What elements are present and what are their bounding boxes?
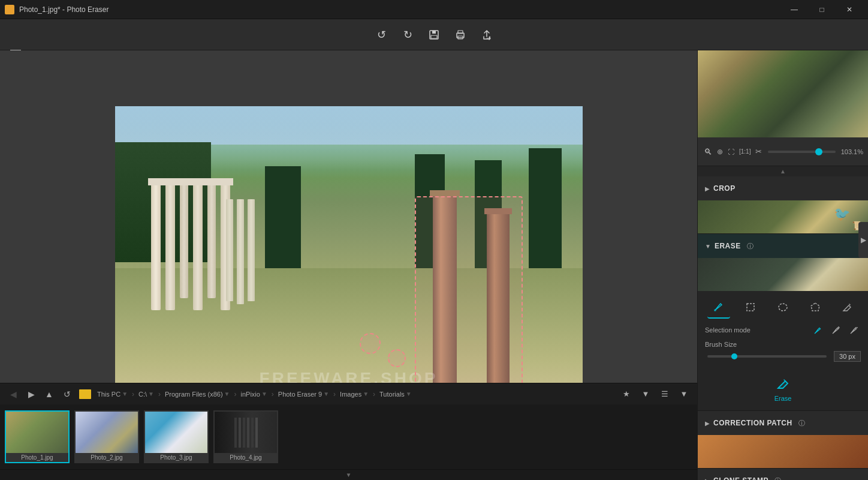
path-sep-c-arrow: ▼ — [148, 391, 154, 397]
crop-thumbnail: 🐦 📜 — [698, 200, 868, 233]
save-button[interactable] — [422, 23, 446, 47]
polygon-lasso-button[interactable] — [804, 296, 827, 319]
zoom-slider[interactable] — [768, 151, 836, 153]
tree-right3 — [529, 148, 562, 274]
erase-thumb-img — [698, 258, 868, 291]
zoom-in-icon[interactable]: ⊕ — [716, 146, 724, 157]
erase-header[interactable]: ▼ ERASE ⓘ — [698, 234, 868, 258]
film-label-1: Photo_1.jpg — [20, 453, 54, 462]
folder-icon — [79, 389, 91, 399]
up-button[interactable]: ▲ — [41, 386, 58, 403]
path-item-c[interactable]: C:\ ▼ — [136, 389, 156, 399]
clone-stamp-info-icon: ⓘ — [774, 476, 781, 481]
filmstrip-item-3[interactable]: Photo_3.jpg — [144, 410, 209, 463]
columns-left — [151, 178, 230, 310]
zoom-out-icon[interactable]: 🔍︎ — [703, 146, 713, 158]
path-item-pc[interactable]: This PC ▼ — [95, 389, 130, 399]
erase-thumbnail — [698, 258, 868, 291]
path-pf-label: Program Files (x86) — [165, 391, 223, 398]
undo-button[interactable]: ↺ — [369, 23, 393, 47]
erase-info-icon: ⓘ — [747, 242, 754, 251]
crop-section: ▶ CROP 🐦 📜 — [698, 176, 868, 234]
view-button[interactable]: ☰ — [656, 386, 673, 403]
clone-stamp-expand-icon: ▶ — [705, 478, 710, 481]
svg-point-6 — [714, 309, 716, 311]
path-sep-images-arrow: ▼ — [363, 391, 369, 397]
close-button[interactable]: ✕ — [836, 0, 863, 19]
path-sep-pe-arrow: ▼ — [323, 391, 329, 397]
erase-button[interactable]: Erase — [762, 373, 804, 406]
correction-patch-expand-icon: ▶ — [705, 420, 710, 427]
favorites-button[interactable]: ★ — [618, 386, 635, 403]
path-images-label: Images — [340, 391, 361, 398]
thumb-image — [698, 50, 868, 137]
selection-circle-2[interactable] — [388, 349, 406, 367]
path-sep-inpixio-arrow: ▼ — [261, 391, 267, 397]
print-button[interactable] — [448, 23, 472, 47]
filmstrip-collapse-arrow[interactable]: ▼ — [0, 469, 697, 480]
svg-rect-2 — [431, 35, 437, 38]
main-photo[interactable]: FREEWARE.SHOP — [115, 106, 583, 424]
erase-label: ERASE — [715, 242, 741, 250]
correction-patch-header[interactable]: ▶ CORRECTION PATCH ⓘ — [698, 411, 868, 435]
zoom-crop-icon[interactable]: ✂ — [754, 146, 763, 157]
forward-button[interactable]: ▶ — [23, 386, 40, 403]
path-item-programfiles[interactable]: Program Files (x86) ▼ — [162, 389, 232, 399]
erase-btn-label: Erase — [774, 395, 792, 402]
path-sep-4: › — [272, 390, 274, 398]
back-button[interactable]: ◀ — [5, 386, 22, 403]
path-item-tutorials[interactable]: Tutorials ▼ — [377, 389, 414, 399]
path-bar: ◀ ▶ ▲ ↺ This PC ▼ › C:\ ▼ › Program File… — [0, 383, 697, 404]
brush-size-row: 30 px — [698, 349, 868, 368]
favorites-list-button[interactable]: ▼ — [637, 386, 654, 403]
brush-size-slider[interactable] — [707, 355, 827, 358]
clone-stamp-header[interactable]: ▶ CLONE STAMP ⓘ — [698, 469, 868, 480]
magic-eraser-button[interactable] — [836, 296, 858, 319]
path-item-images[interactable]: Images ▼ — [337, 389, 371, 399]
path-item-photoeraser[interactable]: Photo Eraser 9 ▼ — [276, 389, 331, 399]
svg-rect-7 — [747, 304, 754, 311]
selection-mode-row: Selection mode — [698, 321, 868, 339]
crop-header[interactable]: ▶ CROP — [698, 176, 868, 200]
filmstrip-item-4[interactable]: Photo_4.jpg — [213, 410, 278, 463]
film-stripes — [234, 418, 258, 448]
panel-expand-right[interactable]: ▶ — [858, 222, 868, 258]
rect-select-button[interactable] — [739, 296, 762, 319]
path-tutorials-label: Tutorials — [379, 391, 405, 398]
path-actions: ★ ▼ ☰ ▼ — [618, 386, 692, 403]
correction-patch-thumb-img — [698, 435, 868, 468]
film-label-4: Photo_4.jpg — [228, 453, 263, 462]
path-sep-tutorials-arrow: ▼ — [406, 391, 412, 397]
path-sep-2: › — [158, 390, 161, 398]
film-label-2: Photo_2.jpg — [89, 453, 123, 462]
title-bar: Photo_1.jpg* - Photo Eraser — □ ✕ — [0, 0, 868, 19]
lasso-tool-button[interactable] — [771, 296, 794, 319]
erase-btn-icon — [776, 376, 790, 394]
zoom-percent: 103.1% — [840, 148, 863, 155]
sel-mode-brush-btn[interactable] — [812, 323, 825, 337]
app-icon — [5, 5, 14, 14]
sel-mode-add-btn[interactable] — [830, 323, 843, 337]
panel-collapse-arrow[interactable]: ▲ — [698, 166, 868, 176]
selection-circle-1[interactable] — [360, 333, 381, 354]
zoom-fit-icon[interactable]: ⛶ — [727, 147, 736, 157]
path-sep-0: ▼ — [122, 391, 128, 397]
clone-stamp-label: CLONE STAMP — [713, 476, 768, 480]
film-img-3 — [145, 412, 207, 453]
filmstrip-item-2[interactable]: Photo_2.jpg — [74, 410, 139, 463]
columns-mid-left — [226, 199, 255, 304]
refresh-button[interactable]: ↺ — [59, 386, 76, 403]
filmstrip-item-1[interactable]: Photo_1.jpg — [5, 410, 70, 463]
maximize-button[interactable]: □ — [808, 0, 836, 19]
redo-button[interactable]: ↻ — [396, 23, 420, 47]
minimize-button[interactable]: — — [780, 0, 808, 19]
brush-tool-button[interactable] — [707, 296, 730, 319]
brush-size-label-row: Brush Size — [698, 339, 868, 349]
share-button[interactable] — [475, 23, 499, 47]
bottom-area: ◀ ▶ ▲ ↺ This PC ▼ › C:\ ▼ › Program File… — [0, 383, 697, 480]
sort-button[interactable]: ▼ — [676, 386, 692, 403]
title-bar-controls: — □ ✕ — [780, 0, 863, 19]
sel-mode-sub-btn[interactable] — [848, 323, 861, 337]
zoom-1x-icon[interactable]: [1:1] — [738, 147, 752, 156]
path-item-inpixio[interactable]: inPixio ▼ — [238, 389, 269, 399]
